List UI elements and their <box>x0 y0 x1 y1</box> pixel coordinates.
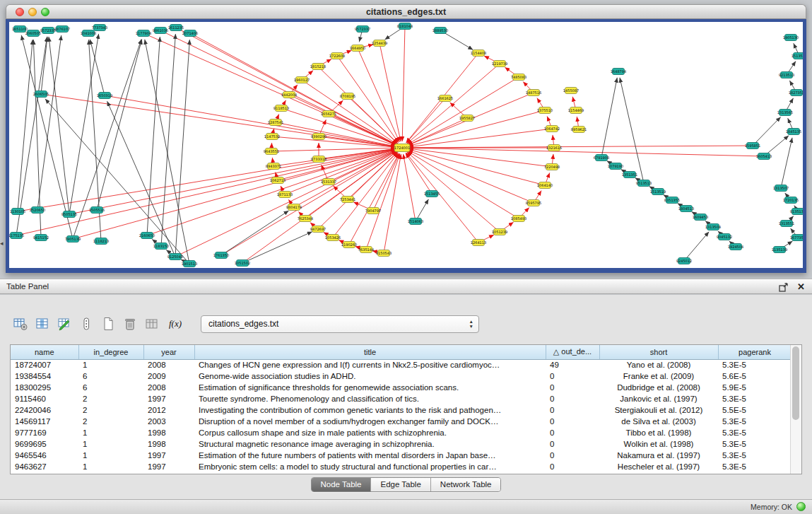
table-cell[interactable]: 22420046 <box>11 404 78 416</box>
table-cell[interactable]: 5.9E-5 <box>718 382 792 393</box>
function-builder-button[interactable]: f(x) <box>165 315 186 333</box>
graph-node[interactable]: 1442004 <box>281 92 297 98</box>
graph-node[interactable]: 1264113 <box>471 240 486 246</box>
window-zoom-button[interactable] <box>41 8 49 16</box>
graph-edge[interactable] <box>407 64 500 144</box>
graph-node[interactable]: 9390290 <box>311 134 326 140</box>
graph-node[interactable]: 1960127 <box>294 77 310 83</box>
graph-node[interactable]: 1190260 <box>341 242 357 248</box>
table-cell[interactable]: Wolkin et al. (1998) <box>599 438 718 450</box>
table-cell[interactable]: Disruption of a novel member of a sodium… <box>194 416 546 427</box>
graph-edge[interactable] <box>402 26 405 141</box>
table-cell[interactable]: 2 <box>78 416 143 427</box>
graph-edge[interactable] <box>16 149 396 235</box>
graph-node[interactable]: 9125048 <box>167 254 183 260</box>
graph-node[interactable]: 1611235 <box>168 25 184 31</box>
table-cell[interactable]: 5.3E-5 <box>718 438 792 450</box>
graph-edge[interactable] <box>408 149 545 185</box>
table-row[interactable]: 946362711997Embryonic stem cells: a mode… <box>11 461 792 472</box>
graph-edge[interactable] <box>373 153 399 211</box>
graph-edge[interactable] <box>73 40 141 240</box>
table-row[interactable]: 2242004622012Investigating the contribut… <box>11 404 792 416</box>
table-cell[interactable]: 0 <box>546 461 599 472</box>
graph-edge[interactable] <box>175 151 396 257</box>
table-cell[interactable]: 9465546 <box>11 450 78 461</box>
graph-edge[interactable] <box>90 40 105 95</box>
graph-node[interactable]: 1871133 <box>277 192 293 198</box>
graph-node[interactable]: 1595851 <box>745 143 760 149</box>
graph-node[interactable]: 2060505 <box>25 30 41 37</box>
graph-node[interactable]: 1183150 <box>153 243 169 250</box>
graph-node[interactable]: 1889530 <box>433 28 448 34</box>
collapse-arrow-icon[interactable]: ◂ <box>0 240 4 247</box>
table-row[interactable]: 1830029562008Estimation of significance … <box>11 382 792 393</box>
graph-edge[interactable] <box>408 118 467 145</box>
graph-node[interactable]: 1085493 <box>511 216 526 222</box>
graph-edge[interactable] <box>358 48 399 142</box>
graph-node[interactable]: 7737343 <box>92 25 107 31</box>
graph-node[interactable]: 8959621 <box>571 127 587 133</box>
graph-edge[interactable] <box>271 148 396 151</box>
graph-node[interactable]: 7220498 <box>544 164 560 170</box>
graph-node[interactable]: 1609453 <box>693 214 708 221</box>
table-cell[interactable]: 6 <box>78 370 143 382</box>
table-row[interactable]: 969969511998Structural magnetic resonanc… <box>11 438 792 450</box>
table-cell[interactable]: 1998 <box>143 438 194 450</box>
table-cell[interactable]: 5.3E-5 <box>718 427 792 438</box>
graph-node[interactable]: 9505135 <box>61 211 77 218</box>
network-table-select[interactable]: citations_edges.txt ▲▼ <box>201 315 479 333</box>
graph-node[interactable]: 1118213 <box>93 238 109 245</box>
close-panel-icon[interactable]: ✕ <box>797 281 805 293</box>
table-cell[interactable]: Genome-wide association studies in ADHD. <box>194 370 546 382</box>
graph-edge[interactable] <box>601 78 617 158</box>
graph-node[interactable]: 1531337 <box>321 179 336 185</box>
graph-node[interactable]: 1815218 <box>310 64 326 70</box>
graph-node[interactable]: 9572337 <box>355 26 370 33</box>
graph-node[interactable]: 1513455 <box>424 191 440 197</box>
select-columns-button[interactable] <box>33 315 52 333</box>
delete-table-button[interactable] <box>121 315 139 333</box>
graph-edge[interactable] <box>329 114 396 145</box>
graph-node[interactable]: 1313504 <box>705 224 721 230</box>
graph-node[interactable]: 2606505 <box>33 91 49 98</box>
table-cell[interactable]: 9463627 <box>11 461 78 472</box>
graph-node[interactable]: 9118513 <box>273 105 289 112</box>
network-canvas[interactable]: 1724001125443916649501722608181521819601… <box>9 22 803 268</box>
graph-node[interactable]: 9415152 <box>33 235 49 241</box>
graph-edge[interactable] <box>781 138 792 188</box>
table-cell[interactable]: 1997 <box>143 461 194 472</box>
column-header-out-degree[interactable]: △ out_de... <box>546 345 599 359</box>
table-cell[interactable]: 1 <box>78 427 143 438</box>
table-cell[interactable]: 0 <box>546 450 599 461</box>
graph-edge[interactable] <box>145 40 189 264</box>
graph-node[interactable]: 9513513 <box>636 180 652 187</box>
table-cell[interactable]: 0 <box>546 393 599 404</box>
table-row[interactable]: 1938455462009Genome-wide association stu… <box>11 370 792 382</box>
graph-node[interactable]: 1901513 <box>182 261 197 267</box>
graph-node[interactable]: 8708195 <box>340 93 355 100</box>
table-cell[interactable]: 5.3E-5 <box>718 450 792 461</box>
graph-node[interactable]: 1513519 <box>650 189 666 195</box>
graph-node[interactable]: 7635144 <box>358 247 374 253</box>
graph-node[interactable]: 1605413 <box>756 153 772 160</box>
graph-node[interactable]: 1175135 <box>9 233 24 239</box>
graph-edge[interactable] <box>348 96 398 144</box>
graph-node[interactable]: 1656271 <box>321 111 336 117</box>
graph-edge[interactable] <box>684 232 709 261</box>
graph-node[interactable]: 6791908 <box>594 155 609 161</box>
table-cell[interactable]: 9115460 <box>11 393 78 404</box>
table-cell[interactable]: 1 <box>78 359 143 370</box>
table-cell[interactable]: 2008 <box>143 359 194 370</box>
edit-columns-button[interactable] <box>55 315 73 333</box>
column-header-title[interactable]: title <box>194 345 546 359</box>
table-cell[interactable]: 14569117 <box>11 416 78 427</box>
memory-status-icon[interactable] <box>796 502 806 511</box>
table-cell[interactable]: 6 <box>78 382 143 393</box>
graph-node[interactable]: 1375510 <box>537 107 553 114</box>
graph-edge[interactable] <box>190 33 396 145</box>
table-cell[interactable]: Changes of HCN gene expression and I(f) … <box>194 359 546 370</box>
graph-node[interactable]: 2071406 <box>182 30 198 37</box>
graph-edge[interactable] <box>349 153 399 245</box>
tab-network-table[interactable]: Network Table <box>430 478 501 491</box>
table-row[interactable]: 977716911998Corpus callosum shape and si… <box>11 427 792 438</box>
